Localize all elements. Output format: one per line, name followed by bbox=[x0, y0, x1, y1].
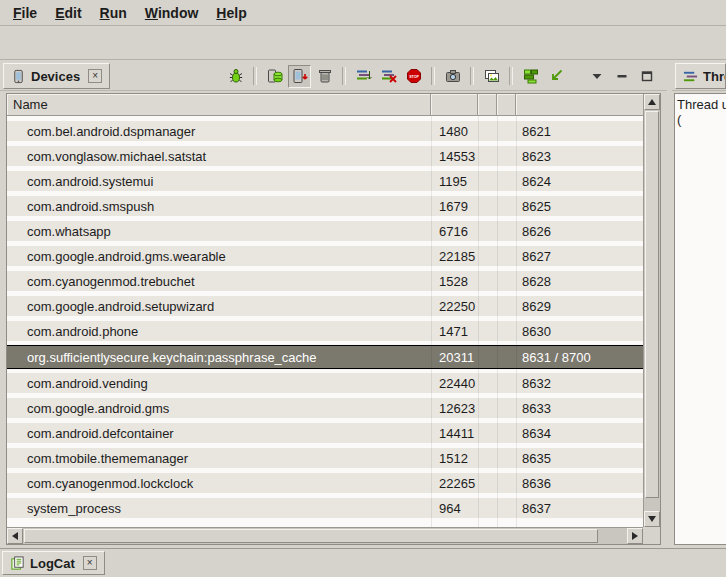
scroll-left-button[interactable] bbox=[7, 528, 23, 544]
svg-text:STOP: STOP bbox=[409, 75, 419, 79]
stop-process-icon[interactable]: STOP bbox=[402, 65, 425, 88]
logcat-bar: LogCat × bbox=[0, 548, 726, 577]
vertical-scroll-thumb[interactable] bbox=[645, 111, 659, 498]
maximize-icon[interactable] bbox=[635, 65, 658, 88]
table-row[interactable]: system_process9648637 bbox=[7, 498, 643, 518]
threads-message-line2: ( bbox=[677, 112, 724, 127]
process-name: com.cyanogenmod.trebuchet bbox=[7, 274, 431, 289]
table-row[interactable]: com.tmobile.thememanager15128635 bbox=[7, 448, 643, 468]
process-name: com.android.smspush bbox=[7, 199, 431, 214]
process-name: com.vonglasow.michael.satstat bbox=[7, 149, 431, 164]
scroll-right-button[interactable] bbox=[627, 528, 643, 544]
tab-label: Threads bbox=[703, 69, 726, 84]
column-divider bbox=[478, 116, 479, 527]
threads-message: Thread up ( bbox=[674, 93, 726, 545]
toolbar-separator bbox=[509, 67, 513, 85]
threads-view: Threads Thread up ( bbox=[672, 61, 726, 548]
process-name: com.android.systemui bbox=[7, 174, 431, 189]
close-icon[interactable]: × bbox=[83, 556, 97, 570]
table-row[interactable]: com.android.phone14718630 bbox=[7, 321, 643, 341]
update-threads-icon[interactable] bbox=[352, 65, 375, 88]
tab-devices[interactable]: Devices × bbox=[3, 63, 110, 89]
process-port: 8623 bbox=[516, 149, 643, 164]
menu-edit[interactable]: Edit bbox=[46, 2, 90, 24]
logcat-icon bbox=[10, 556, 25, 571]
scroll-left-icon bbox=[12, 532, 18, 540]
stop-threads-icon[interactable] bbox=[377, 65, 400, 88]
devices-view: Devices × STOP Name com. bbox=[0, 61, 667, 548]
table-row[interactable]: com.google.android.gms.wearable221858627 bbox=[7, 246, 643, 266]
tab-logcat[interactable]: LogCat × bbox=[2, 551, 105, 575]
menubar: FileEditRunWindowHelp bbox=[0, 0, 726, 26]
devices-icon bbox=[11, 69, 26, 84]
main-area: Devices × STOP Name com. bbox=[0, 61, 726, 548]
column-header-name[interactable]: Name bbox=[7, 94, 431, 115]
scroll-down-button[interactable] bbox=[644, 511, 660, 527]
table-row[interactable]: com.whatsapp67168626 bbox=[7, 221, 643, 241]
vertical-scrollbar bbox=[643, 94, 660, 527]
column-header-pid[interactable] bbox=[431, 94, 478, 115]
gallery-icon[interactable] bbox=[480, 65, 503, 88]
process-port: 8632 bbox=[516, 376, 643, 391]
tab-threads[interactable]: Threads bbox=[675, 63, 726, 89]
scroll-up-button[interactable] bbox=[644, 94, 660, 110]
process-name: com.bel.android.dspmanager bbox=[7, 124, 431, 139]
table-row[interactable]: com.google.android.setupwizard222508629 bbox=[7, 296, 643, 316]
table-row[interactable]: com.android.smspush16798625 bbox=[7, 196, 643, 216]
update-heap-icon[interactable] bbox=[263, 65, 286, 88]
process-name: com.cyanogenmod.lockclock bbox=[7, 476, 431, 491]
process-pid: 1679 bbox=[431, 199, 478, 214]
menu-window[interactable]: Window bbox=[136, 2, 208, 24]
process-name: com.android.defcontainer bbox=[7, 426, 431, 441]
process-port: 8636 bbox=[516, 476, 643, 491]
process-name: com.google.android.gms bbox=[7, 401, 431, 416]
process-pid: 22265 bbox=[431, 476, 478, 491]
horizontal-scrollbar bbox=[7, 527, 643, 544]
menu-help[interactable]: Help bbox=[207, 2, 255, 24]
scroll-down-icon bbox=[648, 516, 656, 522]
menu-file[interactable]: File bbox=[4, 2, 46, 24]
threads-tabbar: Threads bbox=[672, 61, 726, 91]
table-row[interactable]: com.bel.android.dspmanager14808621 bbox=[7, 121, 643, 141]
debug-icon[interactable] bbox=[224, 65, 247, 88]
process-name: com.google.android.gms.wearable bbox=[7, 249, 431, 264]
process-pid: 1471 bbox=[431, 324, 478, 339]
minimize-icon[interactable] bbox=[610, 65, 633, 88]
devices-toolbar: STOP bbox=[223, 61, 667, 91]
screen-capture-icon[interactable] bbox=[441, 65, 464, 88]
systrace-icon[interactable] bbox=[519, 65, 542, 88]
view-menu-icon[interactable] bbox=[585, 65, 608, 88]
process-pid: 22250 bbox=[431, 299, 478, 314]
process-port: 8635 bbox=[516, 451, 643, 466]
process-pid: 6716 bbox=[431, 224, 478, 239]
column-header-3[interactable] bbox=[478, 94, 497, 115]
table-row[interactable]: org.sufficientlysecure.keychain:passphra… bbox=[7, 345, 643, 369]
process-pid: 12623 bbox=[431, 401, 478, 416]
horizontal-scroll-thumb[interactable] bbox=[24, 529, 598, 543]
process-port: 8637 bbox=[516, 501, 643, 516]
menu-run[interactable]: Run bbox=[91, 2, 136, 24]
table-row[interactable]: com.vonglasow.michael.satstat145538623 bbox=[7, 146, 643, 166]
table-row[interactable]: com.android.defcontainer144118634 bbox=[7, 423, 643, 443]
process-pid: 1512 bbox=[431, 451, 478, 466]
column-header-4[interactable] bbox=[497, 94, 516, 115]
dump-hprof-icon[interactable] bbox=[288, 65, 311, 88]
cause-gc-icon[interactable] bbox=[313, 65, 336, 88]
process-port: 8629 bbox=[516, 299, 643, 314]
process-port: 8625 bbox=[516, 199, 643, 214]
table-row[interactable]: com.cyanogenmod.trebuchet15288628 bbox=[7, 271, 643, 291]
column-divider bbox=[431, 116, 432, 527]
process-name: com.android.phone bbox=[7, 324, 431, 339]
table-row[interactable]: com.android.vending224408632 bbox=[7, 373, 643, 393]
close-icon[interactable]: × bbox=[88, 69, 102, 83]
table-row[interactable]: com.cyanogenmod.lockclock222658636 bbox=[7, 473, 643, 493]
process-pid: 22440 bbox=[431, 376, 478, 391]
column-divider bbox=[516, 116, 517, 527]
table-row[interactable]: com.android.systemui11958624 bbox=[7, 171, 643, 191]
column-header-port[interactable] bbox=[516, 94, 643, 115]
column-divider bbox=[497, 116, 498, 527]
process-port: 8628 bbox=[516, 274, 643, 289]
toolbar-separator bbox=[253, 67, 257, 85]
table-row[interactable]: com.google.android.gms126238633 bbox=[7, 398, 643, 418]
method-profiling-icon[interactable] bbox=[544, 65, 567, 88]
